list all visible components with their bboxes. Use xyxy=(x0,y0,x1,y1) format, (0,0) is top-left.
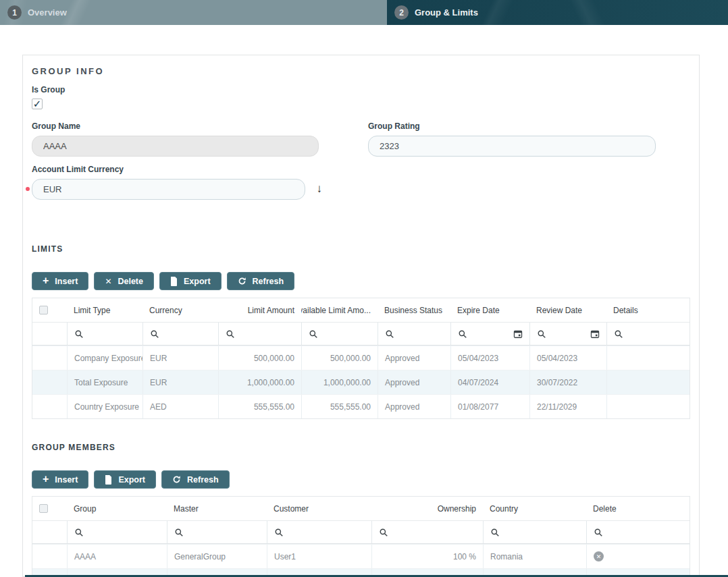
search-icon xyxy=(490,528,500,537)
filter-cell[interactable] xyxy=(378,323,450,345)
filter-cell[interactable] xyxy=(218,323,301,345)
filter-cell[interactable] xyxy=(450,323,529,345)
is-group-label: Is Group xyxy=(32,85,690,94)
cell-value: 500,000.00 xyxy=(330,354,371,363)
table-row[interactable]: AAAAGeneralGroupUser1100 %Romania✕ xyxy=(32,544,690,568)
column-header: Review Date xyxy=(536,306,582,315)
members-refresh-button[interactable]: Refresh xyxy=(161,470,230,489)
cell-value: 1,000,000.00 xyxy=(323,378,371,387)
cell-value: Approved xyxy=(385,378,419,387)
select-all-checkbox[interactable] xyxy=(39,306,48,314)
filter-cell[interactable] xyxy=(371,521,483,543)
group-rating-label: Group Rating xyxy=(368,121,656,131)
column-header: Limit Type xyxy=(74,306,110,315)
is-group-checkbox[interactable]: ✓ xyxy=(32,99,43,109)
cell-value: User1 xyxy=(274,552,296,561)
search-icon xyxy=(537,329,546,339)
filter-cell[interactable] xyxy=(483,521,586,543)
required-dot-icon xyxy=(26,187,30,191)
search-icon xyxy=(74,528,84,537)
cell-value: GeneralGroup xyxy=(174,552,226,561)
members-insert-label: Insert xyxy=(55,475,78,485)
search-icon xyxy=(74,329,84,339)
members-insert-button[interactable]: + Insert xyxy=(32,470,88,489)
limits-delete-button[interactable]: ✕ Delete xyxy=(94,272,154,290)
plus-icon: + xyxy=(43,474,49,485)
cell-value: Total Exposure xyxy=(74,378,128,387)
cell-value: Romania xyxy=(490,552,523,561)
limits-insert-button[interactable]: + Insert xyxy=(32,272,88,290)
tab-overview[interactable]: 1 Overview xyxy=(0,0,387,25)
filter-cell[interactable] xyxy=(67,521,167,543)
search-icon xyxy=(385,329,394,339)
column-header: Customer xyxy=(274,504,309,514)
limits-toolbar: + Insert ✕ Delete Export Refresh xyxy=(32,272,690,290)
cell-value: Approved xyxy=(385,402,419,412)
step-1-badge: 1 xyxy=(7,5,22,20)
cell-value: Company Exposure xyxy=(74,354,142,363)
account-limit-currency-block: Account Limit Currency ↓ xyxy=(32,165,319,200)
calendar-icon[interactable] xyxy=(590,329,600,339)
column-header: Details xyxy=(613,306,638,315)
tab-group-and-limits[interactable]: 2 Group & Limits xyxy=(387,0,728,25)
cell-value: 30/07/2022 xyxy=(537,378,577,387)
table-row[interactable]: Company ExposureEUR500,000.00500,000.00A… xyxy=(32,346,690,370)
limits-insert-label: Insert xyxy=(55,277,78,286)
table-row[interactable]: Total ExposureEUR1,000,000.001,000,000.0… xyxy=(32,370,690,394)
group-rating-field[interactable] xyxy=(368,136,656,157)
group-name-label: Group Name xyxy=(32,121,319,131)
filter-cell xyxy=(32,323,67,345)
cell-value: 1,000,000.00 xyxy=(247,378,294,387)
group-members-toolbar: + Insert Export Refresh xyxy=(32,470,690,489)
delete-row-icon[interactable]: ✕ xyxy=(594,551,604,561)
cell-value: 04/07/2024 xyxy=(458,378,498,387)
column-header: Ownership xyxy=(438,504,476,514)
filter-cell[interactable] xyxy=(267,521,371,543)
filter-cell[interactable] xyxy=(142,323,218,345)
cell-value: 100 % xyxy=(453,552,476,561)
limits-export-button[interactable]: Export xyxy=(159,272,222,290)
filter-cell[interactable] xyxy=(67,323,142,345)
cell-value: 05/04/2023 xyxy=(458,354,498,363)
filter-cell xyxy=(32,521,67,543)
column-header: Group xyxy=(74,504,96,514)
account-limit-currency-label: Account Limit Currency xyxy=(32,165,319,174)
members-export-button[interactable]: Export xyxy=(94,470,156,489)
cell-value: Approved xyxy=(385,354,419,363)
column-header: Expire Date xyxy=(457,306,500,315)
limits-table: Limit TypeCurrencyLimit AmountAvailable … xyxy=(32,298,690,419)
group-info-title: GROUP INFO xyxy=(32,66,690,76)
search-icon xyxy=(226,329,235,339)
refresh-icon xyxy=(172,475,181,484)
cell-value: 555,555.00 xyxy=(254,402,294,412)
group-members-table: GroupMasterCustomerOwnershipCountryDelet… xyxy=(32,496,690,577)
limits-refresh-label: Refresh xyxy=(253,277,284,286)
refresh-icon xyxy=(238,277,246,285)
check-icon: ✓ xyxy=(33,99,42,109)
group-info-card: GROUP INFO Is Group ✓ Group Name Group R… xyxy=(22,55,700,577)
group-members-title: GROUP MEMBERS xyxy=(32,443,690,452)
select-all-checkbox[interactable] xyxy=(39,504,48,513)
plus-icon: + xyxy=(43,275,49,286)
limits-refresh-button[interactable]: Refresh xyxy=(227,272,295,290)
calendar-icon[interactable] xyxy=(513,329,523,339)
filter-cell[interactable] xyxy=(529,323,606,345)
group-name-field[interactable] xyxy=(32,136,319,157)
members-refresh-label: Refresh xyxy=(187,475,219,485)
x-icon: ✕ xyxy=(105,277,111,285)
cell-value: AAAA xyxy=(74,552,96,561)
search-icon xyxy=(458,329,467,339)
filter-cell[interactable] xyxy=(167,521,267,543)
filter-cell[interactable] xyxy=(606,323,690,345)
dropdown-arrow-icon[interactable]: ↓ xyxy=(317,182,323,196)
search-icon xyxy=(274,528,284,537)
filter-cell[interactable] xyxy=(301,323,378,345)
table-row[interactable]: Country ExposureAED555,555.00555,555.00A… xyxy=(32,394,690,418)
cell-value: Country Exposure xyxy=(74,402,139,412)
document-icon xyxy=(170,277,178,286)
filter-cell[interactable] xyxy=(586,521,690,543)
account-limit-currency-field[interactable] xyxy=(32,179,305,200)
search-icon xyxy=(594,528,603,537)
search-icon xyxy=(150,329,159,339)
table-header-row: Limit TypeCurrencyLimit AmountAvailable … xyxy=(32,298,690,322)
